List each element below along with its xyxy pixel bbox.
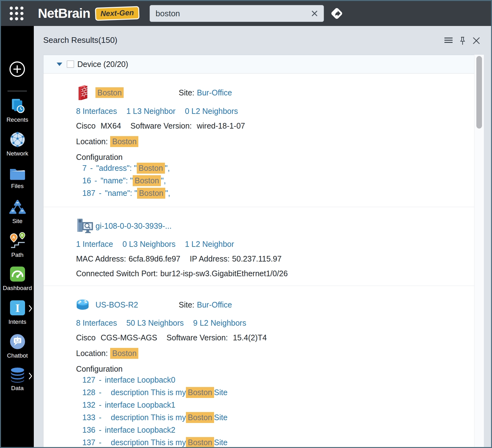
config-line[interactable]: 128 - description This is my Boston Site — [82, 386, 468, 399]
device-group-header: Device (20/20) — [44, 55, 474, 74]
switch-port-label: Connected Switch Port: — [76, 269, 158, 278]
sidebar-item-label: Path — [1, 252, 34, 258]
sidebar-item-network[interactable]: Network — [1, 131, 34, 157]
site-label: Site: — [179, 300, 194, 309]
sidebar-divider — [8, 91, 27, 91]
device-name-link[interactable]: Boston — [95, 87, 124, 98]
data-expand-icon[interactable] — [28, 372, 33, 380]
match-highlight: Boston — [133, 175, 161, 186]
intents-icon: I — [9, 299, 26, 316]
device-group-checkbox[interactable] — [67, 60, 74, 68]
dashboard-icon — [9, 266, 26, 283]
location-label: Location: — [76, 137, 108, 146]
ip-label: IP Address: — [190, 254, 229, 263]
site-link[interactable]: Bur-Office — [197, 88, 232, 97]
sidebar-item-path[interactable]: A B Path — [1, 232, 34, 258]
intents-expand-icon[interactable] — [28, 304, 33, 313]
sidebar-item-label: Network — [1, 150, 34, 157]
mac-label: MAC Address: — [76, 254, 126, 263]
sidebar-item-label: Data — [1, 385, 34, 392]
l3-neighbors-link[interactable]: 50 L3 Neighbors — [126, 318, 184, 328]
results-scrollbar-thumb[interactable] — [476, 56, 482, 129]
collapse-triangle-icon[interactable] — [57, 63, 62, 66]
ip-value: 50.237.115.97 — [232, 254, 282, 263]
match-highlight: Boston — [186, 412, 214, 423]
sidebar-item-label: Intents — [1, 318, 34, 325]
site-link[interactable]: Bur-Office — [197, 300, 232, 309]
sidebar-item-label: Files — [1, 183, 34, 190]
search-results-panel: Search Results(150) Device (20/20) — [34, 26, 491, 447]
interfaces-link[interactable]: 1 Interface — [76, 240, 113, 249]
config-line[interactable]: 137 - description This is my Boston Site — [82, 436, 468, 448]
next-gen-badge: Next-Gen — [95, 6, 139, 21]
chatbot-icon — [9, 333, 26, 350]
l2-neighbors-link[interactable]: 9 L2 Neighbors — [193, 318, 246, 328]
sidebar-item-files[interactable]: Files — [1, 166, 34, 190]
configuration-label: Configuration — [76, 364, 468, 374]
results-scrollbar-track[interactable] — [474, 55, 484, 447]
app-grid-icon[interactable] — [10, 7, 23, 20]
sidebar-item-dashboard[interactable]: Dashboard — [1, 266, 34, 292]
go-search-icon[interactable] — [329, 6, 345, 21]
software-version-label: Software Version: — [131, 121, 192, 130]
software-version-value: wired-18-1-07 — [197, 121, 245, 130]
panel-pin-icon[interactable] — [459, 37, 466, 45]
l2-neighbors-link[interactable]: 1 L2 Neighbor — [185, 240, 234, 249]
config-line[interactable]: 133 - description This is my Boston Site — [82, 411, 468, 424]
device-name-link[interactable]: gi-108-0-0-30-3939-... — [95, 221, 172, 230]
model: MX64 — [101, 121, 121, 130]
switch-port-value: bur12-isp-sw3.GigabitEthernet1/0/26 — [160, 269, 288, 278]
interfaces-link[interactable]: 8 Interfaces — [76, 107, 117, 116]
search-clear-icon[interactable] — [310, 9, 319, 18]
match-highlight: Boston — [186, 437, 214, 448]
svg-text:I: I — [15, 302, 19, 314]
config-line[interactable]: 132 - interface Loopback1 — [82, 399, 468, 411]
vendor: Cisco — [76, 333, 96, 342]
location-value: Boston — [110, 136, 138, 147]
panel-close-icon[interactable] — [472, 37, 480, 45]
end-system-icon — [76, 218, 95, 234]
result-entry-boston: Boston Site: Bur-Office 8 Interfaces 1 L… — [44, 74, 474, 207]
svg-text:A: A — [12, 235, 15, 240]
result-entry-us-bos-r2: US-BOS-R2 Site: Bur-Office 8 Interfaces … — [44, 286, 474, 448]
config-line[interactable]: 136 - interface Loopback2 — [82, 424, 468, 436]
left-sidebar: Recents Network — [1, 26, 34, 447]
sidebar-item-intents[interactable]: I Intents — [1, 299, 34, 325]
l2-neighbors-link[interactable]: 0 L2 Neighbors — [185, 107, 238, 116]
configuration-label: Configuration — [76, 153, 468, 162]
location-label: Location: — [76, 349, 108, 358]
site-icon — [9, 200, 26, 216]
results-card: Device (20/20) — [43, 55, 474, 448]
device-group-label: Device (20/20) — [77, 60, 128, 69]
match-highlight: Boston — [186, 387, 214, 398]
device-name-link[interactable]: US-BOS-R2 — [95, 300, 138, 309]
sidebar-item-chatbot[interactable]: Chatbot — [1, 333, 34, 359]
l3-neighbors-link[interactable]: 0 L3 Neighbors — [122, 240, 176, 249]
files-icon — [8, 166, 27, 181]
global-search-input[interactable] — [155, 8, 310, 19]
match-highlight: Boston — [137, 163, 165, 174]
path-icon: A B — [8, 232, 27, 249]
software-version-label: Software Version: — [167, 333, 228, 342]
mac-value: 6cfa.89d6.fe97 — [129, 254, 180, 263]
config-line[interactable]: 187 - "name": "Boston", — [82, 187, 468, 199]
netbrain-app-window: NetBrain Next-Gen — [0, 0, 492, 448]
config-line[interactable]: 127 - interface Loopback0 — [82, 374, 468, 386]
add-new-button[interactable] — [9, 61, 25, 77]
site-label: Site: — [179, 88, 194, 97]
recents-icon — [9, 97, 26, 114]
panel-menu-icon[interactable] — [444, 37, 453, 44]
router-icon — [76, 299, 95, 311]
l3-neighbors-link[interactable]: 1 L3 Neighbor — [126, 107, 176, 116]
sidebar-item-data[interactable]: Data — [1, 367, 34, 392]
interfaces-link[interactable]: 8 Interfaces — [76, 318, 117, 328]
panel-title: Search Results(150) — [43, 35, 117, 45]
model: CGS-MGS-AGS — [101, 333, 157, 342]
vendor: Cisco — [76, 121, 96, 130]
sidebar-item-site[interactable]: Site — [1, 200, 34, 225]
sidebar-item-recents[interactable]: Recents — [1, 97, 34, 123]
data-icon — [9, 367, 26, 383]
global-search-box[interactable] — [150, 5, 324, 22]
config-line[interactable]: 16 - "name": "Boston", — [82, 174, 468, 187]
config-line[interactable]: 7 - "address": "Boston", — [82, 162, 468, 174]
